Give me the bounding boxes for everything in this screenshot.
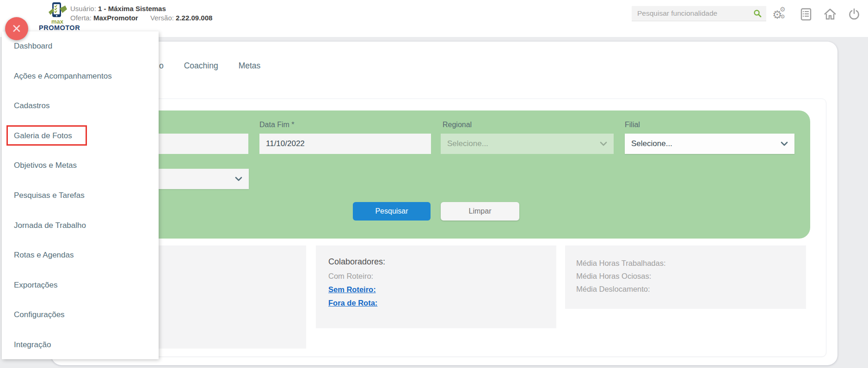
sidebar-item-jornada-de-trabalho[interactable]: Jornada de Trabalho — [2, 221, 159, 251]
chevron-down-icon — [600, 141, 607, 146]
tab-partially-hidden[interactable]: o — [159, 61, 164, 71]
filial-label: Filial — [625, 121, 640, 129]
with-route-label: Com Roteiro: — [328, 272, 556, 281]
sidebar-item-exportacoes[interactable]: Exportações — [2, 281, 159, 311]
document-log-icon[interactable] — [798, 6, 814, 22]
sidebar-item-objetivos-e-metas[interactable]: Objetivos e Metas — [2, 161, 159, 191]
maxpromotor-logo-icon — [47, 2, 68, 18]
data-fim-input[interactable]: 11/10/2022 — [259, 134, 431, 154]
offer-label: Oferta: — [70, 14, 92, 22]
sidebar-item-pesquisas-e-tarefas[interactable]: Pesquisas e Tarefas — [2, 191, 159, 221]
stat-panel-collaborators: Colaboradores: Com Roteiro: Sem Roteiro:… — [316, 245, 556, 328]
power-logout-icon[interactable] — [846, 6, 862, 22]
sidebar-item-acoes-e-acompanhamentos[interactable]: Ações e Acompanhamentos — [2, 72, 159, 102]
search-button[interactable]: Pesquisar — [353, 202, 431, 221]
chevron-down-icon — [235, 177, 242, 181]
avg-idle-hours-label: Média Horas Ociosas: — [576, 272, 806, 281]
clear-button[interactable]: Limpar — [441, 202, 519, 221]
user-label: Usuário: — [70, 5, 96, 12]
regional-select[interactable]: Selecione... — [441, 134, 614, 154]
sidebar-item-configuracoes[interactable]: Configurações — [2, 310, 159, 340]
tab-bar: o Coaching Metas — [159, 61, 260, 71]
tab-metas[interactable]: Metas — [239, 61, 261, 71]
filters-and-results-card: Data Fim * 11/10/2022 Regional Selecione… — [65, 98, 826, 357]
filter-panel: Data Fim * 11/10/2022 Regional Selecione… — [77, 110, 810, 239]
offer-value: MaxPromotor — [93, 14, 138, 22]
sidebar-item-integracao[interactable]: Integração — [2, 340, 159, 368]
collaborators-title: Colaboradores: — [328, 257, 556, 267]
search-input[interactable] — [632, 9, 753, 18]
user-info: Usuário: 1 - Máxima Sistemas Oferta: Max… — [70, 4, 212, 23]
avg-worked-hours-label: Média Horas Trabalhadas: — [576, 259, 806, 268]
logo-text-promotor: PROMOTOR — [39, 24, 76, 31]
data-fim-label: Data Fim * — [259, 121, 295, 129]
home-icon[interactable] — [822, 6, 838, 22]
close-icon: ✕ — [12, 23, 22, 35]
sidebar-item-cadastros[interactable]: Cadastros — [2, 101, 159, 131]
stat-panel-averages: Média Horas Trabalhadas: Média Horas Oci… — [565, 245, 806, 309]
without-route-link[interactable]: Sem Roteiro: — [328, 285, 376, 294]
sidebar-item-rotas-e-agendas[interactable]: Rotas e Agendas — [2, 251, 159, 281]
off-route-link[interactable]: Fora de Rota: — [328, 299, 377, 307]
close-menu-button[interactable]: ✕ — [5, 17, 28, 40]
search-icon[interactable] — [753, 9, 766, 18]
regional-label: Regional — [443, 121, 472, 129]
page-content-card: o Coaching Metas Data Fim * 11/10/2022 R… — [51, 42, 837, 365]
sidebar-item-galeria-de-fotos[interactable]: Galeria de Fotos — [2, 131, 159, 161]
tab-coaching[interactable]: Coaching — [184, 61, 218, 71]
sidebar-item-dashboard[interactable]: Dashboard — [2, 42, 159, 72]
navigation-sidebar: Dashboard Ações e Acompanhamentos Cadast… — [2, 31, 159, 359]
user-value: 1 - Máxima Sistemas — [98, 5, 166, 12]
version-label: Versão: — [150, 14, 174, 22]
avg-displacement-label: Média Deslocamento: — [576, 285, 806, 294]
functionality-search — [632, 6, 766, 21]
version-value: 2.22.09.008 — [176, 14, 212, 22]
chevron-down-icon — [781, 141, 788, 146]
settings-gears-icon[interactable]: ⚙ ⚙ ⚙ — [771, 6, 787, 22]
sidebar-menu: Dashboard Ações e Acompanhamentos Cadast… — [2, 31, 159, 368]
filial-select[interactable]: Selecione... — [625, 134, 794, 154]
